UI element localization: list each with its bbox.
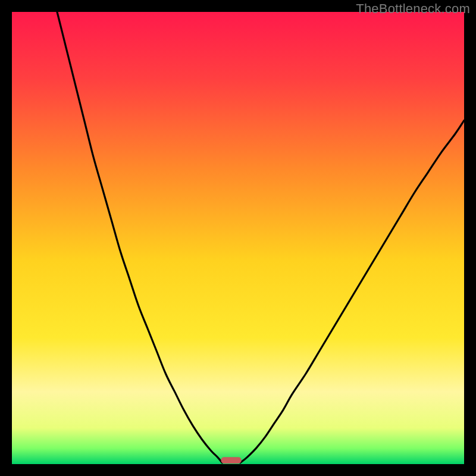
watermark-text: TheBottleneck.com [356,1,470,17]
bottleneck-chart [12,12,464,464]
chart-frame [12,12,464,464]
bottleneck-marker [221,457,242,464]
plot-area [12,12,464,464]
gradient-background [12,12,464,464]
